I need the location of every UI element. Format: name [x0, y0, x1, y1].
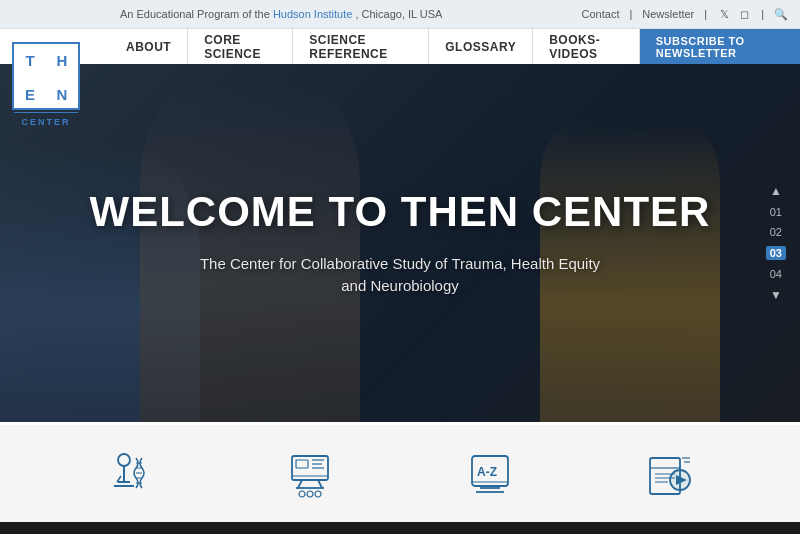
- svg-text:A-Z: A-Z: [477, 465, 497, 479]
- computer-icon: [282, 446, 338, 502]
- subscribe-button[interactable]: SUBSCRIBE TO NEWSLETTER: [640, 29, 800, 65]
- slide-03-active[interactable]: 03: [766, 246, 786, 260]
- svg-line-12: [318, 480, 322, 488]
- nav-core-science[interactable]: CORE SCIENCE: [188, 29, 293, 65]
- slide-down-arrow[interactable]: ▼: [770, 288, 782, 302]
- svg-rect-15: [296, 460, 308, 468]
- search-icon[interactable]: 🔍: [774, 7, 788, 21]
- edu-text: An Educational Program of the Hudson Ins…: [120, 8, 582, 20]
- books-icon: [642, 446, 698, 502]
- instagram-icon[interactable]: ◻: [737, 7, 751, 21]
- main-nav: ABOUT CORE SCIENCE SCIENCE REFERENCE GLO…: [0, 28, 800, 64]
- hero-subtitle: The Center for Collaborative Study of Tr…: [190, 253, 610, 298]
- icon-item-microscope[interactable]: [102, 446, 158, 502]
- svg-point-21: [315, 491, 321, 497]
- slide-02[interactable]: 02: [770, 226, 782, 238]
- nav-science-reference[interactable]: SCIENCE REFERENCE: [293, 29, 429, 65]
- hero-section: WELCOME TO THEN CENTER The Center for Co…: [0, 64, 800, 422]
- microscope-icon: [102, 446, 158, 502]
- logo-letter-h: H: [46, 44, 78, 78]
- icon-section: A-Z: [0, 422, 800, 522]
- icon-item-research[interactable]: [282, 446, 338, 502]
- logo[interactable]: T H E N CENTER: [12, 42, 80, 110]
- newsletter-link[interactable]: Newsletter: [642, 8, 694, 20]
- slide-01[interactable]: 01: [770, 206, 782, 218]
- utility-bar: An Educational Program of the Hudson Ins…: [0, 0, 800, 28]
- slide-indicators: ▲ 01 02 03 04 ▼: [766, 184, 786, 302]
- nav-books-videos[interactable]: BOOKS-VIDEOS: [533, 29, 640, 65]
- slide-04[interactable]: 04: [770, 268, 782, 280]
- svg-point-0: [118, 454, 130, 466]
- nav-about[interactable]: ABOUT: [110, 29, 188, 65]
- nav-glossary[interactable]: GLOSSARY: [429, 29, 533, 65]
- slide-up-arrow[interactable]: ▲: [770, 184, 782, 198]
- svg-point-19: [299, 491, 305, 497]
- glossary-icon: A-Z: [462, 446, 518, 502]
- utility-right: Contact | Newsletter | 𝕏 ◻ | 🔍: [582, 7, 788, 21]
- social-icons: 𝕏 ◻: [717, 7, 751, 21]
- hero-title: WELCOME TO THEN CENTER: [90, 188, 711, 236]
- hudson-link[interactable]: Hudson Institute: [273, 8, 353, 20]
- twitter-icon[interactable]: 𝕏: [717, 7, 731, 21]
- icon-item-glossary[interactable]: A-Z: [462, 446, 518, 502]
- hero-content: WELCOME TO THEN CENTER The Center for Co…: [0, 64, 800, 422]
- icon-item-books[interactable]: [642, 446, 698, 502]
- logo-letter-t: T: [14, 44, 46, 78]
- contact-link[interactable]: Contact: [582, 8, 620, 20]
- svg-line-11: [298, 480, 302, 488]
- svg-point-20: [307, 491, 313, 497]
- logo-center: CENTER: [14, 112, 78, 130]
